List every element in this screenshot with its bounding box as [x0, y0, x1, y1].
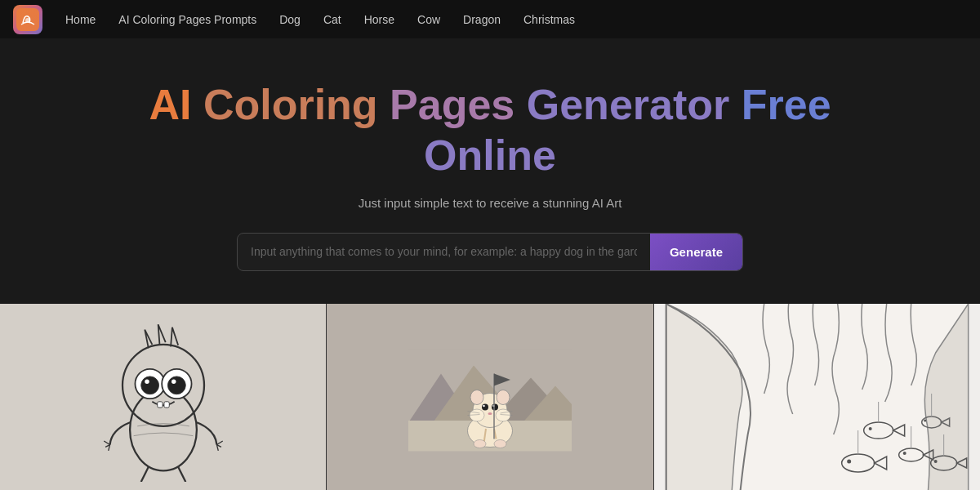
- svg-rect-10: [157, 402, 162, 408]
- svg-point-20: [470, 409, 484, 421]
- svg-point-35: [474, 440, 486, 448]
- svg-point-23: [492, 404, 498, 411]
- svg-point-31: [470, 390, 483, 405]
- site-logo[interactable]: [13, 5, 42, 34]
- svg-point-6: [140, 376, 158, 394]
- nav-dog[interactable]: Dog: [270, 8, 310, 31]
- hero-title: AI Coloring Pages Generator Free Online: [16, 79, 964, 181]
- prompt-input[interactable]: [238, 234, 650, 270]
- svg-point-2: [130, 390, 197, 471]
- sample-image-creature: [0, 304, 327, 490]
- sample-images-grid: [0, 304, 980, 490]
- prompt-input-row: Generate: [237, 233, 743, 271]
- nav-christmas[interactable]: Christmas: [514, 8, 585, 31]
- svg-point-45: [924, 419, 926, 421]
- svg-point-24: [483, 405, 485, 408]
- nav-links: Home AI Coloring Pages Prompts Dog Cat H…: [56, 8, 585, 31]
- hero-section: AI Coloring Pages Generator Free Online …: [0, 38, 980, 304]
- generate-button[interactable]: Generate: [650, 234, 742, 270]
- svg-point-21: [496, 409, 510, 421]
- svg-point-7: [167, 376, 185, 394]
- svg-point-47: [933, 460, 937, 463]
- svg-point-36: [494, 440, 506, 448]
- hero-subtitle: Just input simple text to receive a stun…: [16, 196, 964, 210]
- sample-image-hamster: [327, 304, 653, 490]
- svg-point-32: [497, 390, 510, 405]
- svg-point-43: [847, 459, 851, 463]
- sample-image-cave: [654, 304, 980, 490]
- nav-coloring-pages-prompts[interactable]: AI Coloring Pages Prompts: [109, 8, 266, 31]
- nav-home[interactable]: Home: [56, 8, 105, 31]
- nav-cow[interactable]: Cow: [408, 8, 450, 31]
- nav-cat[interactable]: Cat: [314, 8, 351, 31]
- svg-point-41: [902, 452, 906, 455]
- nav-dragon[interactable]: Dragon: [453, 8, 510, 31]
- navigation: Home AI Coloring Pages Prompts Dog Cat H…: [0, 0, 980, 38]
- svg-point-22: [482, 404, 488, 411]
- svg-rect-11: [164, 402, 169, 408]
- svg-point-26: [488, 412, 492, 415]
- svg-point-9: [172, 380, 176, 384]
- svg-point-39: [868, 427, 871, 430]
- svg-point-8: [145, 380, 149, 384]
- nav-horse[interactable]: Horse: [354, 8, 404, 31]
